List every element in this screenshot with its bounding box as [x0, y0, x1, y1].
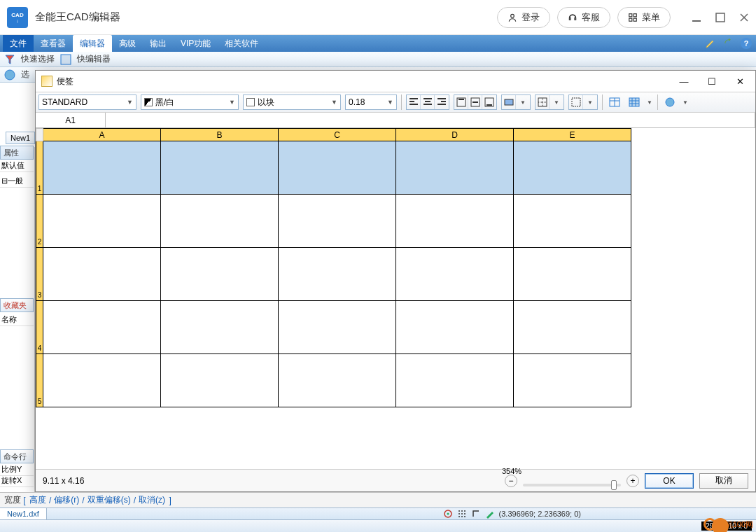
zoom-in-button[interactable]: + — [626, 475, 639, 487]
menu-button[interactable]: 菜单 — [617, 7, 671, 28]
dialog-titlebar[interactable]: 便签 — ☐ ✕ — [36, 71, 755, 92]
panel-cmdline[interactable]: 命令行 — [0, 449, 34, 463]
cancel-button[interactable]: 取消 — [699, 473, 748, 489]
document-tab[interactable]: New1.dxf — [0, 508, 47, 519]
zoom-slider[interactable] — [523, 484, 621, 486]
valign-top-button[interactable] — [454, 95, 468, 109]
formula-bar[interactable] — [106, 113, 755, 127]
cell-d1[interactable] — [396, 141, 514, 195]
globe-icon[interactable] — [4, 69, 15, 80]
link-button[interactable] — [662, 94, 678, 110]
cmd-opt-offset[interactable]: 偏移(r) — [54, 494, 79, 506]
row-header-1[interactable]: 1 — [36, 141, 43, 195]
cell-reference[interactable]: A1 — [36, 113, 106, 127]
cell-e4[interactable] — [514, 301, 631, 354]
select-label[interactable]: 选 — [21, 69, 29, 80]
col-header-d[interactable]: D — [396, 129, 514, 141]
align-right-button[interactable] — [435, 95, 449, 109]
align-center-button[interactable] — [421, 95, 435, 109]
help-icon[interactable]: ? — [741, 38, 752, 49]
fill-dropdown[interactable]: ▼ — [583, 95, 597, 109]
filter-icon[interactable] — [4, 54, 15, 65]
cell-c1[interactable] — [279, 141, 396, 195]
cell-b2[interactable] — [161, 195, 279, 248]
panel-properties[interactable]: 属性 — [0, 146, 34, 160]
tab-vip[interactable]: VIP功能 — [174, 35, 218, 52]
support-button[interactable]: 客服 — [557, 7, 610, 28]
cell-a1[interactable] — [43, 141, 161, 195]
pen-icon[interactable] — [704, 37, 717, 50]
cell-c5[interactable] — [279, 354, 396, 407]
ortho-icon[interactable] — [471, 509, 481, 519]
fill-button[interactable] — [569, 95, 583, 109]
cell-d5[interactable] — [396, 354, 514, 407]
valign-middle-button[interactable] — [468, 95, 482, 109]
ok-button[interactable]: OK — [645, 473, 694, 489]
link-dropdown[interactable]: ▼ — [682, 94, 689, 110]
cell-c4[interactable] — [279, 301, 396, 354]
cell-a2[interactable] — [43, 195, 161, 248]
merge-dropdown[interactable]: ▼ — [516, 95, 530, 109]
border-dropdown[interactable]: ▼ — [550, 95, 564, 109]
cmd-opt-double[interactable]: 双重偏移(s) — [88, 494, 131, 506]
cell-c2[interactable] — [279, 195, 396, 248]
tab-output[interactable]: 输出 — [143, 35, 174, 52]
text-style-combo[interactable]: STANDARD▼ — [38, 94, 136, 110]
row-header-2[interactable]: 2 — [36, 195, 43, 248]
dialog-minimize-button[interactable]: — — [674, 76, 694, 87]
cell-e1[interactable] — [514, 141, 631, 195]
pen-status-icon[interactable] — [485, 509, 495, 519]
color-combo[interactable]: 黑/白▼ — [141, 94, 239, 110]
row-header-4[interactable]: 4 — [36, 301, 43, 354]
row-header-5[interactable]: 5 — [36, 354, 43, 407]
maximize-button[interactable] — [715, 13, 725, 22]
cell-d3[interactable] — [396, 248, 514, 301]
zoom-thumb[interactable] — [611, 480, 617, 490]
cell-e2[interactable] — [514, 195, 631, 248]
document-tab-new1[interactable]: New1 — [6, 132, 35, 144]
cell-b1[interactable] — [161, 141, 279, 195]
spreadsheet-area[interactable]: A B C D E 1 2 3 4 5 — [36, 128, 755, 469]
target-icon[interactable] — [443, 509, 453, 519]
col-header-a[interactable]: A — [43, 129, 161, 141]
panel-favorites[interactable]: 收藏夹 — [0, 298, 34, 312]
panel-default[interactable]: 默认值 — [0, 160, 34, 172]
refresh-icon[interactable] — [722, 37, 735, 50]
align-left-button[interactable] — [407, 95, 421, 109]
tab-advanced[interactable]: 高级 — [112, 35, 143, 52]
insert-table-button[interactable] — [607, 94, 622, 110]
col-header-e[interactable]: E — [514, 129, 631, 141]
lineweight-combo[interactable]: 0.18▼ — [345, 94, 397, 110]
cell-b4[interactable] — [161, 301, 279, 354]
dialog-maximize-button[interactable]: ☐ — [702, 76, 722, 87]
tab-viewer[interactable]: 查看器 — [34, 35, 73, 52]
insert-table-alt-button[interactable] — [626, 94, 642, 110]
col-header-b[interactable]: B — [161, 129, 279, 141]
grid-snap-icon[interactable] — [457, 509, 467, 519]
quick-edit-label[interactable]: 快编辑器 — [77, 53, 111, 65]
table-dropdown[interactable]: ▼ — [646, 94, 653, 110]
command-line-bar[interactable]: 宽度 [ 高度/ 偏移(r)/ 双重偏移(s)/ 取消(z) ] — [0, 492, 756, 507]
panel-general[interactable]: ⊟ 一般 — [0, 175, 34, 188]
close-button[interactable] — [739, 13, 749, 22]
valign-bottom-button[interactable] — [482, 95, 496, 109]
tab-related[interactable]: 相关软件 — [218, 35, 265, 52]
cell-d2[interactable] — [396, 195, 514, 248]
tab-editor[interactable]: 编辑器 — [73, 35, 112, 52]
dialog-close-button[interactable]: ✕ — [730, 76, 750, 87]
login-button[interactable]: 登录 — [497, 7, 550, 28]
col-header-c[interactable]: C — [279, 129, 396, 141]
cmd-opt-cancel[interactable]: 取消(z) — [139, 494, 165, 506]
zoom-out-button[interactable]: − — [505, 475, 517, 487]
border-button[interactable] — [536, 95, 550, 109]
quick-edit-icon[interactable] — [60, 54, 71, 65]
cell-e3[interactable] — [514, 248, 631, 301]
row-header-3[interactable]: 3 — [36, 248, 43, 301]
cell-a5[interactable] — [43, 354, 161, 407]
cell-c3[interactable] — [279, 248, 396, 301]
quick-select-label[interactable]: 快速选择 — [21, 53, 55, 65]
merge-button[interactable] — [502, 95, 516, 109]
cmd-opt-height[interactable]: 高度 — [29, 494, 46, 506]
select-all-corner[interactable] — [36, 129, 43, 141]
tab-file[interactable]: 文件 — [3, 35, 34, 52]
